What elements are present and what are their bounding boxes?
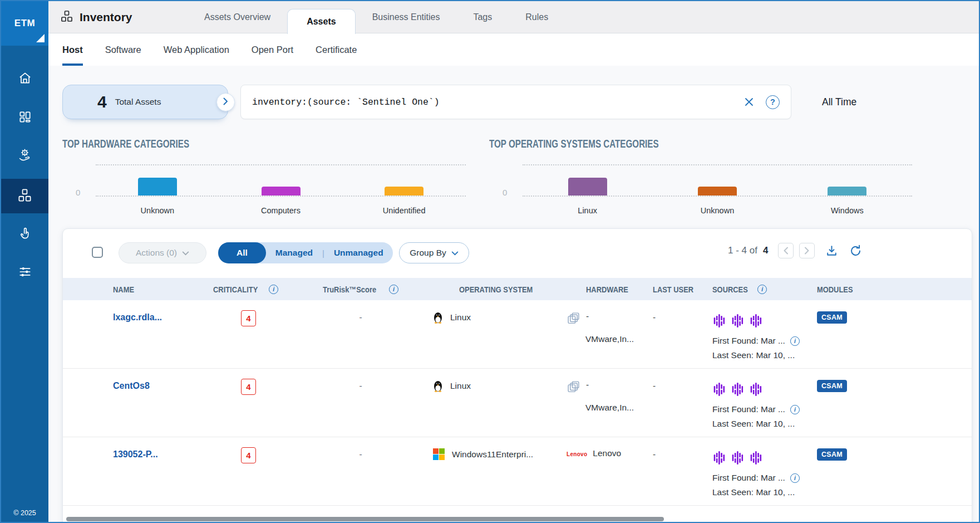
expand-summary-button[interactable] — [216, 93, 235, 111]
tab-rules[interactable]: Rules — [509, 1, 565, 33]
last-user-cell: - — [653, 300, 711, 322]
bar-windows[interactable] — [828, 187, 866, 195]
sidebar-item-settings[interactable] — [1, 256, 48, 290]
chart-title: TOP HARDWARE CATEGORIES — [62, 138, 189, 150]
first-found-text: First Found: Mar ... — [712, 404, 785, 414]
logo-corner-triangle — [36, 34, 45, 42]
column-header-hardware[interactable]: HARDWARE — [567, 285, 653, 294]
group-by-label: Group By — [410, 248, 446, 258]
sidebar-item-risk-management[interactable] — [1, 139, 48, 173]
os-label: Windows11Enterpri... — [452, 449, 533, 460]
bar-linux[interactable] — [568, 178, 607, 195]
hardware-value: Lenovo — [593, 448, 621, 458]
actions-button[interactable]: Actions (0) — [119, 242, 206, 263]
sidebar-item-home[interactable] — [1, 62, 48, 96]
sentinelone-icon[interactable] — [749, 314, 763, 330]
pagination-range: 1 - 4 of — [728, 245, 757, 256]
csam-module-badge: CSAM — [817, 380, 847, 392]
linux-tux-icon — [433, 311, 443, 326]
column-header-name[interactable]: NAME — [102, 285, 205, 294]
copyright: © 2025 — [1, 509, 48, 517]
table-toolbar: Actions (0) All Managed | Unmanaged Grou… — [63, 241, 972, 266]
top-tabs: Assets Overview Assets Business Entities… — [188, 1, 565, 33]
info-icon[interactable]: i — [757, 285, 767, 294]
operating-system-cell: Linux — [422, 300, 567, 326]
clear-search-icon[interactable] — [743, 96, 755, 107]
bar-unknown[interactable] — [138, 178, 177, 195]
query-help-icon[interactable]: ? — [766, 95, 780, 109]
segment-unmanaged[interactable]: Unmanaged — [324, 248, 393, 258]
time-range-selector[interactable]: All Time — [822, 85, 856, 119]
sidebar-item-inventory[interactable] — [1, 179, 48, 213]
subtab-open-port[interactable]: Open Port — [252, 33, 293, 66]
info-icon[interactable]: i — [790, 473, 800, 483]
inventory-boxes-icon — [60, 9, 73, 25]
asset-name-link[interactable]: CentOs8 — [102, 369, 205, 391]
column-header-trurisk-score[interactable]: TruRisk™Scorei — [299, 285, 422, 294]
download-icon[interactable] — [825, 244, 839, 258]
subtab-software[interactable]: Software — [105, 33, 141, 66]
first-found-line: First Found: Mar ... i — [712, 473, 817, 483]
segment-managed[interactable]: Managed — [266, 248, 322, 258]
subtab-host[interactable]: Host — [62, 33, 83, 66]
column-header-modules[interactable]: MODULES — [817, 285, 972, 294]
sentinelone-icon[interactable] — [731, 314, 745, 330]
sentinelone-icon[interactable] — [712, 314, 726, 330]
first-found-text: First Found: Mar ... — [712, 473, 785, 483]
total-assets-pill[interactable]: 4 Total Assets — [62, 85, 228, 119]
pagination-total: 4 — [763, 245, 768, 256]
actions-button-label: Actions (0) — [136, 248, 177, 258]
last-seen-text: Last Seen: Mar 10, ... — [712, 487, 795, 497]
tab-business-entities[interactable]: Business Entities — [356, 1, 457, 33]
last-seen-line: Last Seen: Mar 10, ... — [712, 487, 817, 497]
sidebar-item-response[interactable] — [1, 217, 48, 252]
subtab-web-application[interactable]: Web Application — [164, 33, 229, 66]
tab-assets[interactable]: Assets — [287, 9, 355, 34]
column-header-sources[interactable]: SOURCESi — [711, 285, 817, 294]
dashboards-icon — [18, 110, 32, 126]
column-header-operating-system[interactable]: OPERATING SYSTEM — [422, 285, 567, 294]
segment-all[interactable]: All — [218, 242, 266, 263]
sidebar-item-dashboards[interactable] — [1, 101, 48, 135]
previous-page-button[interactable] — [778, 243, 794, 258]
sentinelone-icon[interactable] — [712, 382, 726, 399]
next-page-button[interactable] — [799, 243, 815, 258]
horizontal-scrollbar[interactable] — [66, 517, 664, 521]
column-header-last-user[interactable]: LAST USER — [653, 285, 711, 294]
sentinelone-icon[interactable] — [731, 382, 745, 399]
sentinelone-icon[interactable] — [712, 451, 726, 467]
select-all-checkbox[interactable] — [92, 247, 103, 258]
first-found-text: First Found: Mar ... — [712, 336, 785, 346]
lenovo-logo: Lenovo — [567, 451, 587, 457]
asset-name-link[interactable]: lxagc.rdla... — [102, 300, 205, 322]
tab-tags[interactable]: Tags — [456, 1, 509, 33]
asset-name-link[interactable]: 139052-P... — [102, 437, 205, 460]
info-icon[interactable]: i — [269, 285, 278, 294]
table-row: CentOs8 4 - Linux Lenovo - VMware,In... … — [63, 369, 972, 437]
search-input[interactable] — [252, 97, 732, 107]
hardware-cell: Lenovo - VMware,In... — [567, 369, 653, 413]
group-by-button[interactable]: Group By — [399, 242, 469, 263]
table-body: lxagc.rdla... 4 - Linux Lenovo - VMware,… — [63, 300, 972, 506]
info-icon[interactable]: i — [790, 336, 800, 346]
info-icon[interactable]: i — [389, 285, 398, 294]
csam-module-badge: CSAM — [817, 311, 847, 324]
info-icon[interactable]: i — [790, 405, 800, 414]
bar-computers[interactable] — [262, 187, 301, 195]
sentinelone-icon[interactable] — [731, 451, 745, 467]
bar-unidentified[interactable] — [385, 187, 423, 195]
pagination-controls: 1 - 4 of 4 — [728, 243, 863, 258]
query-search-bar: ? — [240, 85, 791, 119]
risk-gear-hand-icon — [17, 148, 32, 165]
bar-unknown[interactable] — [698, 187, 737, 195]
bar-plot-area — [523, 164, 912, 197]
etm-logo[interactable]: ETM — [1, 1, 48, 46]
subtab-certificate[interactable]: Certificate — [316, 33, 357, 66]
chevron-right-icon — [223, 97, 228, 107]
tab-assets-overview[interactable]: Assets Overview — [188, 1, 287, 33]
sentinelone-icon[interactable] — [749, 382, 763, 399]
refresh-icon[interactable] — [849, 244, 863, 258]
column-header-criticality[interactable]: CRITICALITYi — [205, 285, 299, 294]
sentinelone-icon[interactable] — [749, 451, 763, 467]
table-row: lxagc.rdla... 4 - Linux Lenovo - VMware,… — [63, 300, 972, 369]
